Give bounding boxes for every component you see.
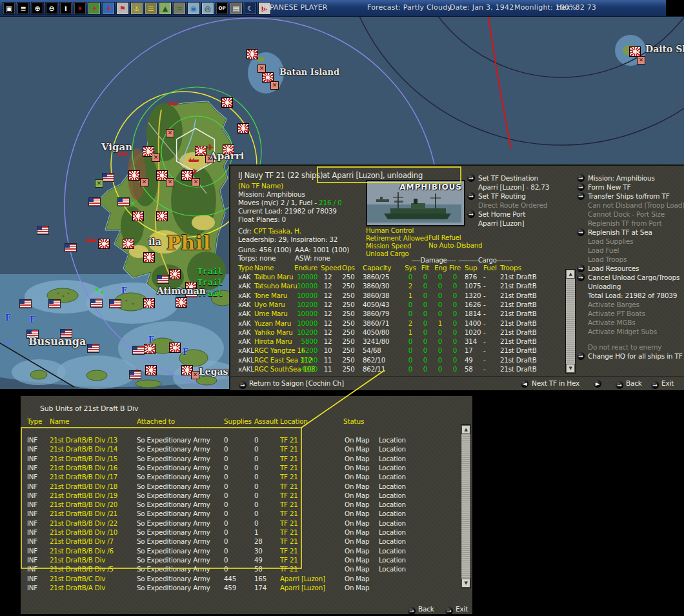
us-marker[interactable] [129, 370, 141, 379]
back-button[interactable]: →Back [616, 379, 642, 389]
us-marker[interactable] [48, 299, 61, 308]
location-button[interactable]: Location [379, 555, 417, 564]
jp-marker[interactable] [143, 298, 155, 308]
fmk-marker[interactable]: F [5, 313, 11, 323]
location-button[interactable]: Location [379, 564, 417, 573]
us-marker[interactable] [88, 197, 101, 206]
us-marker[interactable] [65, 243, 77, 252]
fmk-marker[interactable]: F [148, 335, 154, 344]
tf-action-option[interactable]: →Cancel Unload Cargo/Troops [577, 273, 684, 282]
ship-row[interactable]: xAKLRGC Yangtze 1612001025054/68000017-2… [230, 346, 579, 355]
info-icon[interactable]: i [59, 2, 72, 15]
return-to-port-button[interactable]: →Return to Saigon [Cochin Ch] [239, 379, 344, 389]
ship-row[interactable]: xAKUyo Maru10200122504050/4300001626-21s… [230, 300, 579, 309]
sub-unit-row[interactable]: INF21st DraftB/B Div /13So Expeditionary… [21, 435, 472, 444]
us-marker[interactable] [87, 344, 99, 353]
scroll-up-button[interactable]: ▲ [461, 425, 470, 434]
engineer-icon[interactable]: ≍ [173, 2, 186, 15]
jp-marker[interactable] [169, 343, 181, 353]
tf-action-option[interactable]: Unloading [577, 282, 684, 291]
jpbox-marker[interactable]: ✕ [152, 154, 160, 162]
flag-icon[interactable]: ⚑ [116, 2, 129, 15]
tf-destination-option[interactable]: →Set TF Destination [467, 174, 577, 183]
tf-action-option[interactable]: →Load Resources [577, 264, 684, 273]
us-marker[interactable] [117, 197, 130, 206]
location-button[interactable]: Location [379, 537, 417, 546]
exit-button[interactable]: →Exit [445, 605, 468, 615]
jp-marker[interactable] [169, 269, 181, 279]
sub-unit-row[interactable]: INF21st DraftB/B Div /18So Expeditionary… [21, 482, 472, 491]
sub-unit-row[interactable]: INF21st DraftB/B DivSo Expeditionary Arm… [21, 555, 472, 564]
tf-destination-option[interactable]: →Set Home Port [467, 210, 577, 219]
ship-row[interactable]: xAKTaibun Maru10000122503860/250000876-2… [230, 272, 579, 281]
tf-destination-option[interactable]: →Set TF Routing [467, 192, 577, 201]
air-ops-icon[interactable]: ✈ [88, 2, 101, 15]
us-marker[interactable] [19, 299, 32, 308]
jp-marker[interactable] [246, 49, 258, 59]
operations-icon[interactable]: OP [216, 2, 228, 15]
tf-action-option[interactable]: →Form New TF [577, 183, 684, 192]
location-button[interactable]: Location [379, 463, 417, 472]
scroll-down-button[interactable]: ▼ [461, 579, 470, 588]
jp-marker[interactable] [128, 170, 140, 181]
fmk-marker[interactable]: F [183, 348, 188, 357]
location-button[interactable]: Location [379, 472, 417, 481]
jpbox-marker[interactable]: ✕ [192, 178, 200, 186]
jp-marker[interactable] [629, 46, 641, 57]
fmk-marker[interactable]: F [121, 286, 127, 295]
us-marker[interactable] [132, 346, 145, 355]
location-button[interactable]: Location [379, 509, 417, 518]
us-marker[interactable] [157, 275, 169, 284]
location-button[interactable]: Location [379, 454, 417, 463]
sub-unit-row[interactable]: INF21st DraftB/B Div /21So Expeditionary… [21, 509, 472, 518]
tf-action-option[interactable]: Total Load: 21982 of 78039 [577, 291, 684, 300]
sub-units-scrollbar[interactable]: ▲ ▼ [461, 424, 471, 588]
us-marker[interactable] [109, 299, 121, 308]
location-button[interactable]: Location [379, 546, 417, 555]
jp-marker[interactable] [176, 297, 187, 308]
sub-unit-row[interactable]: INF21st DraftB/B Div /20So Expeditionary… [21, 500, 472, 509]
sub-unit-row[interactable]: INF21st DraftB/A DivSo Expeditionary Arm… [21, 583, 472, 592]
sub-unit-row[interactable]: INF21st DraftB/B Div /22So Expeditionary… [21, 519, 472, 528]
location-button[interactable]: Location [379, 482, 417, 491]
jpbox-marker[interactable]: ✕ [257, 65, 266, 73]
us-marker[interactable] [37, 226, 49, 235]
sub-unit-row[interactable]: INF21st DraftB/B Div /6So Expeditionary … [21, 546, 472, 555]
tf-action-option[interactable]: →Mission: Amphibious [577, 174, 684, 183]
location-button[interactable]: Location [379, 528, 417, 537]
intel-icon[interactable]: ▤ [230, 2, 243, 15]
jp-marker[interactable] [145, 365, 157, 375]
zoom-in-icon[interactable]: ⊕ [31, 2, 44, 15]
sub-unit-row[interactable]: INF21st DraftB/C DivSo Expeditionary Arm… [21, 574, 472, 583]
tf-commander[interactable]: Cdr: CPT Tasaka, H. [238, 227, 301, 235]
jp-marker[interactable] [143, 252, 155, 263]
globe-icon[interactable]: ◉ [187, 2, 200, 15]
location-button[interactable]: Location [379, 519, 417, 528]
location-button[interactable]: Location [379, 491, 417, 500]
tf-action-option[interactable]: →Change HQ for all ships in TF [577, 352, 684, 361]
save-icon[interactable]: ▣ [3, 2, 15, 15]
back-button[interactable]: →Back [408, 605, 434, 615]
japan-flag-icon[interactable]: ☀ [74, 2, 86, 15]
sub-unit-row[interactable]: INF21st DraftB/B Div /10So Expeditionary… [21, 528, 472, 537]
ship-row[interactable]: xAKUme Maru10000122503860/7900001814-21s… [230, 309, 579, 318]
us-marker[interactable] [90, 299, 103, 308]
reports-icon[interactable]: ≡ [17, 2, 30, 15]
jpbox-marker[interactable]: ✕ [166, 129, 174, 137]
jpbox-marker[interactable]: ✕ [140, 178, 148, 186]
jpbox-marker[interactable]: ✕ [166, 178, 174, 186]
us-marker[interactable] [102, 173, 114, 182]
jp-marker[interactable] [132, 211, 144, 221]
sub-unit-row[interactable]: INF21st DraftB/B Div /17So Expeditionary… [21, 472, 472, 481]
sub-unit-row[interactable]: INF21st DraftB/B Div /7So Expeditionary … [21, 537, 472, 546]
sub-unit-row[interactable]: INF21st DraftB/B Div /16So Expeditionary… [21, 463, 472, 472]
sub-unit-row[interactable]: INF21st DraftB/B Div /14So Expeditionary… [21, 444, 472, 453]
strategic-map-icon[interactable]: ◎ [201, 2, 214, 15]
plane-marker[interactable]: ✈ [191, 168, 198, 176]
ship-row[interactable]: xAKTone Maru10000122503860/3810001320-21… [230, 291, 579, 300]
jpbox-marker[interactable]: ✕ [637, 56, 645, 65]
fmk-marker[interactable]: F [30, 315, 35, 324]
ship-row[interactable]: xAKHirota Maru5800122503241/800000314-21… [230, 337, 579, 346]
jp-marker[interactable] [221, 97, 233, 108]
ship-row[interactable]: xAKLRGC SouthSea 108400011250862/1100005… [230, 364, 579, 373]
